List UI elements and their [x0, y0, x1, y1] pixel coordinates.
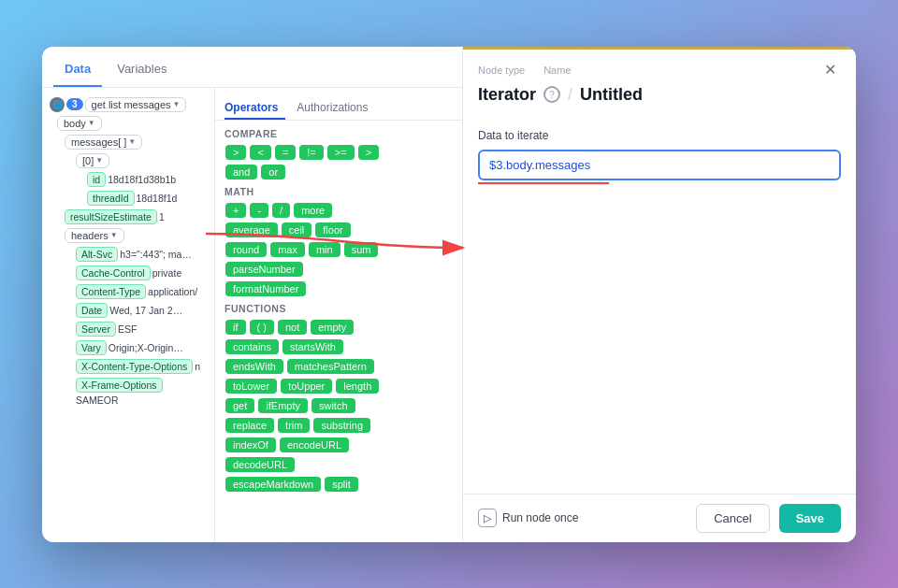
left-tabs: Data Variables [42, 47, 462, 88]
btn-startsWith[interactable]: startsWith [282, 339, 343, 354]
btn-gte[interactable]: >= [327, 145, 355, 160]
btn-indexOf[interactable]: indexOf [225, 437, 276, 452]
tab-operators[interactable]: Operators [224, 97, 285, 120]
get-list-select[interactable]: get list messages ▼ [85, 97, 187, 112]
server-value: ESF [118, 323, 137, 335]
func-row-8: decodeURL [224, 456, 453, 473]
btn-contains[interactable]: contains [225, 339, 279, 354]
btn-get[interactable]: get [225, 398, 254, 413]
btn-not[interactable]: not [278, 320, 307, 335]
btn-toLower[interactable]: toLower [225, 379, 277, 394]
btn-max[interactable]: max [270, 242, 305, 257]
btn-eq[interactable]: = [275, 145, 296, 160]
btn-ifEmpty[interactable]: ifEmpty [258, 398, 308, 413]
name-label: Name [543, 65, 571, 76]
messages-select[interactable]: messages[ ] ▼ [65, 135, 142, 150]
title-slash: / [568, 85, 572, 105]
btn-minus[interactable]: - [250, 203, 268, 218]
headers-select[interactable]: headers ▼ [65, 228, 124, 243]
left-panel: Data Variables 🌐 3 get list messages ▼ [42, 47, 463, 542]
math-row-5: formatNumber [224, 280, 453, 297]
btn-lt[interactable]: < [250, 145, 270, 160]
btn-gt[interactable]: > [225, 145, 246, 160]
modal-footer: ▷ Run node once Cancel Save [463, 494, 856, 542]
btn-encodeURL[interactable]: encodeURL [280, 437, 349, 452]
btn-split[interactable]: split [325, 477, 358, 492]
help-icon[interactable]: ? [543, 86, 560, 103]
body-select[interactable]: body ▼ [57, 116, 102, 131]
btn-neq[interactable]: != [299, 145, 323, 160]
vary-value: Origin;X-Origin;Refere [109, 342, 183, 353]
btn-parseNumber[interactable]: parseNumber [225, 262, 303, 277]
close-button[interactable]: ✕ [818, 59, 841, 81]
right-body: Data to iterate [463, 114, 856, 494]
functions-label: FUNCTIONS [224, 303, 453, 314]
body-row: body ▼ [57, 116, 207, 131]
btn-formatNumber[interactable]: formatNumber [225, 281, 306, 296]
btn-round[interactable]: round [225, 242, 267, 257]
btn-if[interactable]: if [225, 320, 246, 335]
globe-icon: 🌐 [50, 97, 65, 112]
btn-ceil[interactable]: ceil [282, 222, 312, 237]
btn-mult[interactable]: / [272, 203, 290, 218]
tab-authorizations[interactable]: Authorizations [289, 97, 375, 120]
id-value: 18d18f1d38b1b [108, 174, 176, 185]
header-contenttype: Content-Type application/ [76, 284, 207, 299]
func-row-1: if ( ) not empty [224, 319, 453, 336]
btn-or[interactable]: or [261, 165, 285, 179]
btn-switch[interactable]: switch [311, 398, 355, 413]
run-icon: ▷ [478, 509, 497, 527]
save-button[interactable]: Save [779, 504, 841, 533]
btn-endsWith[interactable]: endsWith [225, 359, 283, 374]
func-row-9: escapeMarkdown split [224, 476, 453, 493]
run-node-button[interactable]: ▷ Run node once [478, 509, 578, 527]
operators-panel: Operators Authorizations COMPARE > < = !… [215, 88, 462, 542]
btn-trim[interactable]: trim [278, 418, 310, 433]
data-to-iterate-input[interactable] [478, 150, 841, 180]
modal-container: Data Variables 🌐 3 get list messages ▼ [42, 47, 856, 542]
btn-min[interactable]: min [309, 242, 340, 257]
btn-empty[interactable]: empty [311, 320, 354, 335]
cancel-button[interactable]: Cancel [696, 504, 769, 533]
threadid-value: 18d18f1d [137, 193, 178, 204]
btn-length[interactable]: length [336, 379, 379, 394]
btn-plus[interactable]: + [225, 203, 246, 218]
btn-replace[interactable]: replace [225, 418, 274, 433]
func-row-4: toLower toUpper length [224, 378, 453, 394]
id-key: id [87, 172, 106, 187]
input-underline [478, 182, 609, 184]
btn-decodeURL[interactable]: decodeURL [225, 457, 295, 472]
func-row-5: get ifEmpty switch [224, 397, 453, 414]
footer-actions: Cancel Save [696, 504, 841, 533]
index-select[interactable]: [0] ▼ [76, 153, 109, 168]
resultsize-row: resultSizeEstimate 1 [65, 209, 207, 224]
btn-floor[interactable]: floor [315, 222, 350, 237]
func-row-6: replace trim substring [224, 417, 453, 434]
btn-and[interactable]: and [225, 165, 257, 179]
btn-lte[interactable]: > [358, 145, 379, 160]
resultsize-value: 1 [159, 211, 165, 222]
header-server: Server ESF [76, 322, 207, 337]
header-altsvc: Alt-Svc h3=":443"; ma=25 [76, 247, 207, 262]
btn-matchesPattern[interactable]: matchesPattern [287, 359, 374, 374]
tab-data[interactable]: Data [53, 52, 102, 87]
tab-variables[interactable]: Variables [106, 52, 178, 87]
btn-escapeMarkdown[interactable]: escapeMarkdown [225, 477, 321, 492]
btn-substring[interactable]: substring [313, 418, 370, 433]
header-date: Date Wed, 17 Jan 2024 1 [76, 303, 207, 318]
btn-toUpper[interactable]: toUpper [281, 379, 332, 394]
math-label: MATH [224, 186, 453, 197]
cachecontrol-value: private [152, 267, 182, 279]
cachecontrol-key: Cache-Control [76, 265, 151, 280]
body-arrow-icon: ▼ [88, 119, 95, 127]
threadid-key: threadId [87, 191, 135, 206]
headers-row: headers ▼ [65, 228, 207, 243]
data-tree: 🌐 3 get list messages ▼ body ▼ [42, 88, 215, 542]
btn-average[interactable]: average [225, 222, 278, 237]
btn-more[interactable]: more [294, 203, 332, 218]
header-cachecontrol: Cache-Control private [76, 265, 207, 280]
btn-paren[interactable]: ( ) [250, 320, 274, 335]
btn-sum[interactable]: sum [344, 242, 379, 257]
header-xcontent: X-Content-Type-Options n [76, 359, 207, 374]
math-row-3: round max min sum [224, 241, 453, 258]
